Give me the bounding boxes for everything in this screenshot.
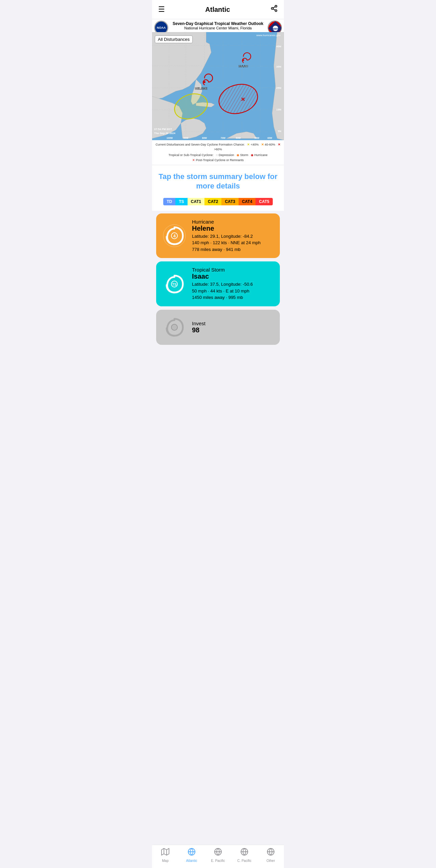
svg-text:35N: 35N (276, 65, 281, 68)
category-bar: TD TS CAT1 CAT2 CAT3 CAT4 CAT5 (152, 198, 284, 211)
svg-text:40W: 40W (267, 137, 272, 139)
share-icon[interactable] (270, 5, 278, 14)
map-section: NOAA NWS Seven-Day Graphical Tropical We… (152, 19, 284, 165)
svg-text:45N: 45N (276, 45, 281, 48)
svg-text:90W: 90W (184, 137, 189, 139)
helene-name: Helene (192, 225, 274, 232)
all-disturbances-badge[interactable]: All Disturbances (155, 35, 193, 43)
cat-3[interactable]: CAT3 (221, 198, 238, 205)
svg-text:✕: ✕ (241, 97, 245, 102)
helene-type: Hurricane (192, 219, 274, 225)
invest98-info: Invest 98 (192, 321, 274, 334)
invest98-icon (162, 315, 187, 339)
svg-text:HELENE: HELENE (195, 87, 208, 90)
header: ☰ Atlantic (152, 0, 284, 19)
svg-text:Thu Sep 26 2024: Thu Sep 26 2024 (154, 132, 175, 135)
isaac-name: Isaac (192, 273, 274, 280)
isaac-type: Tropical Storm (192, 267, 274, 273)
svg-line-4 (273, 7, 275, 8)
svg-text:15N: 15N (276, 108, 281, 111)
svg-text:www.hurricanes.gov: www.hurricanes.gov (256, 34, 281, 37)
invest98-type: Invest (192, 321, 274, 326)
isaac-icon: TS (162, 272, 187, 296)
tap-prompt-text: Tap the storm summary below for more det… (158, 172, 278, 191)
map-image[interactable]: HELENE ISAAC ✕ 45N 35N 25N (152, 32, 284, 140)
cat-4[interactable]: CAT4 (239, 198, 256, 205)
cat-5[interactable]: CAT5 (256, 198, 272, 205)
isaac-info: Tropical Storm Isaac Latitude: 37.5, Lon… (192, 267, 274, 301)
svg-text:4: 4 (173, 233, 176, 238)
helene-info: Hurricane Helene Latitude: 29.1, Longitu… (192, 219, 274, 253)
svg-point-51 (171, 324, 177, 330)
storm-card-helene[interactable]: 4 Hurricane Helene Latitude: 29.1, Longi… (156, 213, 280, 258)
cat-td[interactable]: TD (163, 198, 175, 205)
svg-text:TS: TS (172, 283, 177, 286)
map-subtitle: National Hurricane Center Miami, Florida (169, 26, 267, 30)
map-legend: Current Disturbances and Seven-Day Cyclo… (152, 140, 284, 165)
svg-text:50W: 50W (255, 137, 260, 139)
svg-line-3 (273, 9, 275, 10)
svg-text:70W: 70W (221, 137, 226, 139)
helene-details: Latitude: 29.1, Longitude: -84.2 140 mph… (192, 233, 274, 253)
svg-point-20 (203, 81, 205, 83)
menu-icon[interactable]: ☰ (158, 5, 165, 14)
svg-text:ISAAC: ISAAC (239, 65, 248, 68)
storm-cards-list: 4 Hurricane Helene Latitude: 29.1, Longi… (152, 211, 284, 348)
svg-text:60W: 60W (236, 137, 241, 139)
svg-text:NWS: NWS (272, 27, 279, 30)
svg-point-22 (243, 59, 244, 61)
cat-ts[interactable]: TS (175, 198, 187, 205)
svg-text:5N: 5N (278, 130, 281, 133)
isaac-details: Latitude: 37.5, Longitude: -50.6 50 mph … (192, 281, 274, 301)
svg-text:100W: 100W (167, 137, 173, 139)
cat-1[interactable]: CAT1 (188, 198, 204, 205)
svg-text:80W: 80W (202, 137, 207, 139)
invest98-name: 98 (192, 326, 274, 334)
svg-text:07:54 PM EDT: 07:54 PM EDT (154, 128, 172, 131)
storm-card-invest98[interactable]: Invest 98 (156, 310, 280, 345)
helene-icon: 4 (162, 224, 187, 248)
storm-card-isaac[interactable]: TS Tropical Storm Isaac Latitude: 37.5, … (156, 261, 280, 306)
tap-prompt-section: Tap the storm summary below for more det… (152, 165, 284, 198)
cat-2[interactable]: CAT2 (204, 198, 221, 205)
page-title: Atlantic (205, 6, 230, 14)
map-title: Seven-Day Graphical Tropical Weather Out… (169, 21, 267, 26)
svg-text:25N: 25N (276, 86, 281, 90)
